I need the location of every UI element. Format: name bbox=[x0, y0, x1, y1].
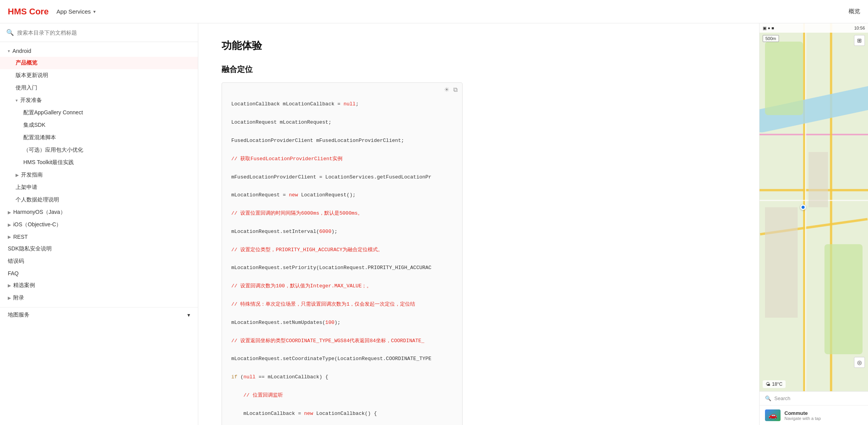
commute-icon: 🚗 bbox=[765, 409, 781, 421]
code-line: // 位置回调监听 bbox=[231, 391, 453, 400]
app-services-dropdown[interactable]: App Services ▾ bbox=[56, 8, 95, 15]
sidebar-item-label: 配置混淆脚本 bbox=[23, 134, 56, 141]
sidebar-item-label: 精选案例 bbox=[13, 282, 35, 289]
commute-info: Commute Navigate with a tap bbox=[784, 410, 821, 421]
sidebar-item-label: Android bbox=[12, 48, 31, 54]
temperature: 18°C bbox=[772, 381, 782, 387]
map-background: ▣ ● ■ 10:56 500m ⊞ ◎ 🌤 18°C bbox=[760, 23, 868, 391]
content-area: 功能体验 融合定位 ☀ ⧉ LocationCallback mLocation… bbox=[198, 23, 759, 425]
sidebar-item-appendix[interactable]: ▶ 附录 bbox=[0, 292, 198, 304]
main-layout: 🔍 ▾ Android 产品概览 版本更新说明 使用入门 ▾ 开发准备 bbox=[0, 23, 868, 425]
top-nav: HMS Core App Services ▾ 概览 bbox=[0, 0, 868, 23]
sidebar-item-sdk-privacy[interactable]: SDK隐私安全说明 bbox=[0, 243, 198, 255]
code-line: LocationRequest mLocationRequest; bbox=[231, 118, 453, 127]
code-block-wrapper: ☀ ⧉ LocationCallback mLocationCallback =… bbox=[222, 82, 463, 425]
code-block: LocationCallback mLocationCallback = nul… bbox=[222, 83, 462, 425]
sidebar-item-product-overview[interactable]: 产品概览 bbox=[0, 57, 198, 69]
sidebar-item-label: 版本更新说明 bbox=[16, 72, 48, 79]
code-toolbar: ☀ ⧉ bbox=[444, 86, 458, 93]
sidebar-item-label: 使用入门 bbox=[16, 84, 37, 91]
sidebar-item-label: 个人数据处理说明 bbox=[16, 196, 59, 203]
sidebar-item-error-codes[interactable]: 错误码 bbox=[0, 255, 198, 268]
sidebar-item-android[interactable]: ▾ Android bbox=[0, 45, 198, 57]
chevron-down-icon: ▾ bbox=[93, 9, 96, 14]
sidebar-search-bar: 🔍 bbox=[0, 23, 198, 42]
sidebar-item-dev-prep[interactable]: ▾ 开发准备 bbox=[0, 94, 198, 107]
code-line: // 设置回调次数为100，默认值为Integer.MAX_VALUE；。 bbox=[231, 282, 453, 290]
sidebar-item-label: 配置AppGallery Connect bbox=[23, 109, 83, 116]
sidebar-item-label: HMS Toolkit最佳实践 bbox=[23, 159, 74, 166]
sidebar-item-integrate-sdk[interactable]: 集成SDK bbox=[0, 119, 198, 131]
sidebar-item-hms-toolkit[interactable]: HMS Toolkit最佳实践 bbox=[0, 156, 198, 169]
code-line: mLocationRequest.setNumUpdates(100); bbox=[231, 318, 453, 327]
sidebar-item-label: REST bbox=[13, 234, 28, 240]
overview-link[interactable]: 概览 bbox=[849, 8, 860, 15]
sidebar-item-ios[interactable]: ▶ iOS（Objective-C） bbox=[0, 219, 198, 231]
cloud-icon: 🌤 bbox=[766, 381, 770, 387]
map-search-bar[interactable]: 🔍 Search bbox=[760, 391, 868, 405]
search-input[interactable] bbox=[17, 30, 192, 36]
right-panel: ▣ ● ■ 10:56 500m ⊞ ◎ 🌤 18°C 🔍 Search 🚗 C… bbox=[759, 23, 868, 425]
sidebar-item-configure-obfuscation[interactable]: 配置混淆脚本 bbox=[0, 131, 198, 144]
map-weather: 🌤 18°C bbox=[763, 380, 786, 388]
sidebar-item-getting-started[interactable]: 使用入门 bbox=[0, 82, 198, 94]
sidebar: 🔍 ▾ Android 产品概览 版本更新说明 使用入门 ▾ 开发准备 bbox=[0, 23, 198, 425]
code-line: // 获取FusedLocationProviderClient实例 bbox=[231, 154, 453, 163]
location-button[interactable]: ◎ bbox=[854, 357, 865, 368]
toggle-icon: ▶ bbox=[8, 283, 11, 288]
toggle-icon: ▶ bbox=[8, 210, 11, 215]
page-title: 功能体验 bbox=[222, 39, 736, 52]
sidebar-item-label: 错误码 bbox=[8, 258, 24, 265]
layers-button[interactable]: ⊞ bbox=[854, 35, 865, 46]
toggle-icon: ▶ bbox=[8, 234, 11, 240]
sidebar-item-release-notes[interactable]: 版本更新说明 bbox=[0, 69, 198, 82]
code-line: // 设置位置回调的时间间隔为6000ms，默认是5000ms。 bbox=[231, 209, 453, 218]
toggle-icon: ▾ bbox=[16, 98, 18, 103]
signal-icons: ▣ ● ■ bbox=[763, 26, 774, 31]
dropdown-label: App Services bbox=[56, 8, 91, 15]
map-container: ▣ ● ■ 10:56 500m ⊞ ◎ 🌤 18°C bbox=[760, 23, 868, 391]
toggle-icon: ▶ bbox=[8, 296, 11, 301]
toggle-icon: ▶ bbox=[8, 222, 11, 227]
sidebar-item-optional-optimize[interactable]: （可选）应用包大小优化 bbox=[0, 144, 198, 156]
code-line: mLocationRequest.setCoordinateType(Locat… bbox=[231, 354, 453, 363]
sidebar-item-appgallery[interactable]: 配置AppGallery Connect bbox=[0, 107, 198, 119]
sidebar-item-publish-app[interactable]: 上架申请 bbox=[0, 181, 198, 194]
sidebar-item-faq[interactable]: FAQ bbox=[0, 268, 198, 279]
search-icon: 🔍 bbox=[6, 29, 14, 36]
code-line: if (null == mLocationCallback) { bbox=[231, 373, 453, 381]
toggle-icon: ▶ bbox=[16, 173, 19, 178]
sidebar-item-label: FAQ bbox=[8, 270, 19, 276]
code-line: mLocationRequest.setInterval(6000); bbox=[231, 227, 453, 236]
code-line: // 设置返回坐标的类型COORDINATE_TYPE_WGS84代表返回84坐… bbox=[231, 336, 453, 345]
theme-icon[interactable]: ☀ bbox=[444, 86, 449, 93]
sidebar-item-label: 集成SDK bbox=[23, 122, 45, 129]
sidebar-footer-map[interactable]: 地图服务 ▾ bbox=[0, 307, 198, 322]
sidebar-item-label: SDK隐私安全说明 bbox=[8, 245, 52, 252]
code-line: LocationCallback mLocationCallback = nul… bbox=[231, 100, 453, 108]
footer-chevron-icon: ▾ bbox=[187, 312, 190, 318]
code-line: // 特殊情况：单次定位场景，只需设置回调次数为1，仅会发起一次定位，定位结 bbox=[231, 300, 453, 309]
code-line: // 设置定位类型，PRIORITY_HIGH_ACCURACY为融合定位模式。 bbox=[231, 245, 453, 254]
code-line: mLocationRequest = new LocationRequest()… bbox=[231, 191, 453, 199]
sidebar-item-cases[interactable]: ▶ 精选案例 bbox=[0, 279, 198, 292]
map-commute[interactable]: 🚗 Commute Navigate with a tap bbox=[760, 405, 868, 425]
sidebar-item-harmonyos[interactable]: ▶ HarmonyOS（Java） bbox=[0, 206, 198, 219]
map-scale: 500m bbox=[763, 35, 779, 42]
sidebar-item-label: iOS（Objective-C） bbox=[13, 221, 61, 228]
footer-label: 地图服务 bbox=[8, 311, 30, 318]
code-line: mLocationCallback = new LocationCallback… bbox=[231, 409, 453, 418]
toggle-icon: ▾ bbox=[8, 49, 10, 54]
sidebar-item-label: 开发准备 bbox=[20, 97, 42, 104]
commute-label: Commute bbox=[784, 410, 821, 416]
copy-icon[interactable]: ⧉ bbox=[453, 86, 458, 93]
sidebar-item-label: HarmonyOS（Java） bbox=[13, 209, 66, 216]
sidebar-item-label: 上架申请 bbox=[16, 184, 37, 191]
section-title: 融合定位 bbox=[222, 64, 736, 75]
sidebar-nav: ▾ Android 产品概览 版本更新说明 使用入门 ▾ 开发准备 配置AppG… bbox=[0, 42, 198, 307]
sidebar-item-rest[interactable]: ▶ REST bbox=[0, 231, 198, 243]
search-icon: 🔍 bbox=[765, 395, 771, 401]
time: 10:56 bbox=[854, 26, 865, 30]
sidebar-item-dev-guide[interactable]: ▶ 开发指南 bbox=[0, 169, 198, 181]
sidebar-item-privacy[interactable]: 个人数据处理说明 bbox=[0, 194, 198, 206]
